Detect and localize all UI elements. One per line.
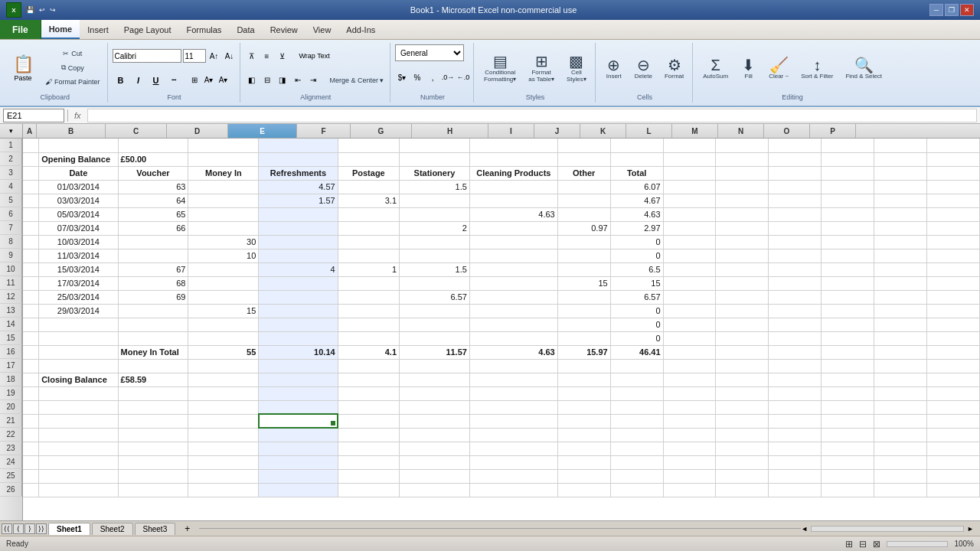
cell-N18[interactable] [822, 373, 874, 386]
cell-K26[interactable] [663, 483, 716, 497]
cell-M3[interactable] [769, 166, 822, 180]
cell-P18[interactable] [927, 373, 980, 386]
cell-E18[interactable] [259, 373, 338, 386]
cell-I5[interactable] [557, 194, 610, 207]
cell-K18[interactable] [663, 373, 716, 386]
view-layout-btn[interactable]: ⊟ [859, 539, 867, 549]
cell-P17[interactable] [927, 359, 980, 373]
cell-I11[interactable]: 15 [557, 276, 610, 290]
cell-F16[interactable]: 4.1 [338, 345, 399, 359]
col-header-p[interactable]: P [810, 124, 856, 138]
col-header-k[interactable]: K [580, 124, 626, 138]
cell-N23[interactable] [822, 442, 874, 455]
cell-N1[interactable] [822, 139, 874, 152]
cell-H7[interactable] [469, 221, 557, 235]
cell-E21[interactable] [259, 414, 338, 428]
font-color-btn[interactable]: A▾ [217, 73, 230, 87]
cell-P26[interactable] [927, 483, 980, 497]
cell-P5[interactable] [927, 194, 980, 207]
cell-M9[interactable] [769, 249, 822, 262]
col-header-o[interactable]: O [764, 124, 810, 138]
paste-btn[interactable]: 📋 Paste [6, 44, 40, 92]
cell-O17[interactable] [874, 359, 927, 373]
cell-O23[interactable] [874, 442, 927, 455]
cell-L3[interactable] [716, 166, 769, 180]
cell-H1[interactable] [469, 139, 557, 152]
cell-H17[interactable] [469, 359, 557, 373]
cell-L23[interactable] [716, 442, 769, 455]
cell-J21[interactable] [610, 414, 663, 428]
cell-B11[interactable]: 17/03/2014 [39, 276, 118, 290]
cell-F1[interactable] [338, 139, 399, 152]
cell-I1[interactable] [557, 139, 610, 152]
view-normal-btn[interactable]: ⊞ [845, 539, 853, 549]
row-num-11[interactable]: 11 [0, 276, 22, 290]
cell-O24[interactable] [874, 455, 927, 469]
cell-C10[interactable]: 67 [118, 262, 188, 276]
cell-D12[interactable] [188, 290, 259, 304]
cell-A11[interactable] [23, 276, 39, 290]
cell-E1[interactable] [259, 139, 338, 152]
cell-I16[interactable]: 15.97 [557, 345, 610, 359]
cell-J10[interactable]: 6.5 [610, 262, 663, 276]
cell-G19[interactable] [400, 386, 470, 400]
cell-D16[interactable]: 55 [188, 345, 259, 359]
cell-F11[interactable] [338, 276, 399, 290]
cell-C4[interactable]: 63 [118, 180, 188, 194]
align-middle-btn[interactable]: ≡ [260, 49, 274, 63]
cell-G3[interactable]: Stationery [400, 166, 470, 180]
cell-H10[interactable] [469, 262, 557, 276]
cell-F13[interactable] [338, 304, 399, 318]
cell-P6[interactable] [927, 207, 980, 221]
cell-L1[interactable] [716, 139, 769, 152]
h-scrollbar[interactable] [811, 526, 964, 532]
cell-I4[interactable] [557, 180, 610, 194]
cell-G20[interactable] [400, 400, 470, 414]
cell-styles-btn[interactable]: ▩ CellStyles▾ [561, 51, 592, 85]
cell-N7[interactable] [822, 221, 874, 235]
cell-D19[interactable] [188, 386, 259, 400]
cell-G6[interactable] [400, 207, 470, 221]
col-header-m[interactable]: M [672, 124, 718, 138]
cell-B1[interactable] [39, 139, 118, 152]
cell-M13[interactable] [769, 304, 822, 318]
copy-btn[interactable]: ⧉ Copy [41, 61, 104, 74]
cell-O14[interactable] [874, 318, 927, 331]
cell-D8[interactable]: 30 [188, 235, 259, 249]
cell-D2[interactable] [188, 152, 259, 166]
cell-P7[interactable] [927, 221, 980, 235]
cell-P20[interactable] [927, 400, 980, 414]
cell-B12[interactable]: 25/03/2014 [39, 290, 118, 304]
cell-K15[interactable] [663, 331, 716, 345]
cell-G9[interactable] [400, 249, 470, 262]
cell-O21[interactable] [874, 414, 927, 428]
menu-formulas[interactable]: Formulas [179, 20, 230, 39]
cell-K25[interactable] [663, 469, 716, 483]
align-center-btn[interactable]: ⊟ [260, 73, 274, 87]
cell-E6[interactable] [259, 207, 338, 221]
italic-btn[interactable]: I [130, 73, 147, 87]
cell-N2[interactable] [822, 152, 874, 166]
cell-F15[interactable] [338, 331, 399, 345]
cell-C24[interactable] [118, 455, 188, 469]
cell-J6[interactable]: 4.63 [610, 207, 663, 221]
cell-B24[interactable] [39, 455, 118, 469]
cell-O22[interactable] [874, 428, 927, 442]
cell-L9[interactable] [716, 249, 769, 262]
cell-B2[interactable]: Opening Balance [39, 152, 118, 166]
cell-I10[interactable] [557, 262, 610, 276]
cell-C1[interactable] [118, 139, 188, 152]
cell-F7[interactable] [338, 221, 399, 235]
cell-H16[interactable]: 4.63 [469, 345, 557, 359]
cell-P24[interactable] [927, 455, 980, 469]
cell-A17[interactable] [23, 359, 39, 373]
cell-F21[interactable] [338, 414, 399, 428]
cell-I23[interactable] [557, 442, 610, 455]
cell-E15[interactable] [259, 331, 338, 345]
cell-O20[interactable] [874, 400, 927, 414]
cell-L18[interactable] [716, 373, 769, 386]
cell-F26[interactable] [338, 483, 399, 497]
cell-D23[interactable] [188, 442, 259, 455]
cell-K6[interactable] [663, 207, 716, 221]
zoom-slider[interactable] [887, 541, 948, 547]
